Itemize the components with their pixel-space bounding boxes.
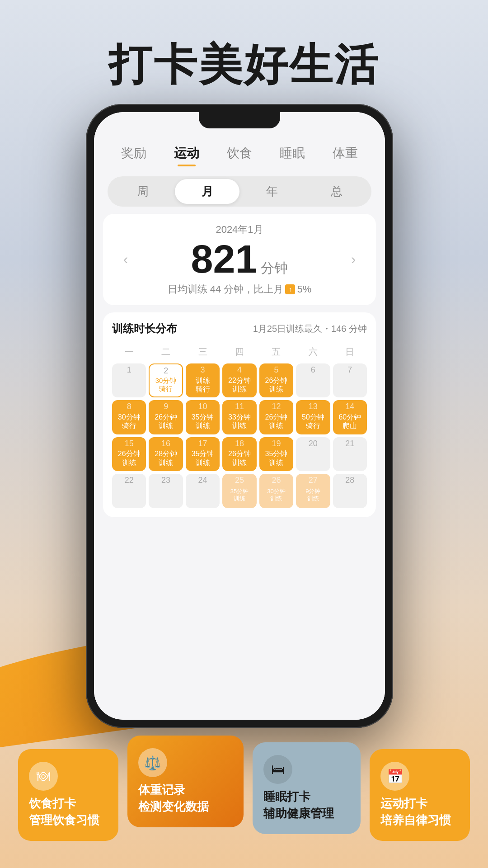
weight-icon: ⚖️ (138, 748, 167, 777)
sleep-icon: 🛏 (263, 755, 292, 784)
calendar-grid: 一 二 三 四 五 六 日 1 2 30分钟骑行 (112, 343, 367, 508)
day-10[interactable]: 10 35分钟训练 (186, 400, 220, 434)
day-1[interactable]: 1 (112, 363, 146, 397)
day-header-sun: 日 (333, 343, 367, 361)
phone-wrapper: 奖励 运动 饮食 睡眠 体重 周 月 年 总 2024年1月 (86, 104, 402, 728)
period-week[interactable]: 周 (110, 179, 175, 204)
stats-value-wrapper: 821分钟 (139, 239, 340, 279)
day-12[interactable]: 12 26分钟训练 (259, 400, 293, 434)
day-16[interactable]: 16 28分钟训练 (149, 437, 183, 471)
weight-card-text: 体重记录检测变化数据 (138, 782, 209, 815)
exercise-icon: 📅 (380, 762, 409, 791)
day-5[interactable]: 5 26分钟训练 (259, 363, 293, 397)
stats-main: ‹ 821分钟 › (117, 239, 362, 279)
phone-notch (199, 112, 280, 128)
day-header-tue: 二 (149, 343, 183, 361)
day-4[interactable]: 4 22分钟训练 (222, 363, 256, 397)
day-18[interactable]: 18 26分钟训练 (222, 437, 256, 471)
calendar-header: 训练时长分布 1月25日训练最久・146 分钟 (112, 321, 367, 336)
exercise-card-text: 运动打卡培养自律习惯 (380, 795, 451, 828)
day-15[interactable]: 15 26分钟训练 (112, 437, 146, 471)
day-19[interactable]: 19 35分钟训练 (259, 437, 293, 471)
stats-date: 2024年1月 (117, 223, 362, 236)
prev-button[interactable]: ‹ (117, 251, 135, 268)
stats-number: 821 (191, 236, 258, 281)
phone-frame: 奖励 运动 饮食 睡眠 体重 周 月 年 总 2024年1月 (86, 104, 393, 728)
screen-content: 奖励 运动 饮食 睡眠 体重 周 月 年 总 2024年1月 (94, 112, 385, 720)
tab-weight[interactable]: 体重 (328, 142, 362, 165)
calendar-title: 训练时长分布 (112, 321, 177, 336)
day-28[interactable]: 28 (333, 474, 367, 508)
day-13[interactable]: 13 50分钟骑行 (296, 400, 330, 434)
up-icon: ↑ (285, 284, 295, 294)
food-card-text: 饮食打卡管理饮食习惯 (29, 795, 99, 828)
day-header-sat: 六 (296, 343, 330, 361)
period-total[interactable]: 总 (304, 179, 369, 204)
day-24[interactable]: 24 (186, 474, 220, 508)
tab-rewards[interactable]: 奖励 (117, 142, 151, 165)
day-header-fri: 五 (259, 343, 293, 361)
day-header-mon: 一 (112, 343, 146, 361)
calendar-section: 训练时长分布 1月25日训练最久・146 分钟 一 二 三 四 五 六 日 1 (103, 312, 376, 517)
day-20[interactable]: 20 (296, 437, 330, 471)
day-3[interactable]: 3 训练骑行 (186, 363, 220, 397)
day-22[interactable]: 22 (112, 474, 146, 508)
day-27[interactable]: 27 9分钟训练 (296, 474, 330, 508)
day-7[interactable]: 7 (333, 363, 367, 397)
tab-sleep[interactable]: 睡眠 (275, 142, 310, 165)
period-year[interactable]: 年 (239, 179, 304, 204)
period-month[interactable]: 月 (175, 179, 239, 204)
day-17[interactable]: 17 35分钟训练 (186, 437, 220, 471)
day-25[interactable]: 25 35分钟训练 (222, 474, 256, 508)
day-9[interactable]: 9 26分钟训练 (149, 400, 183, 434)
day-8[interactable]: 8 30分钟骑行 (112, 400, 146, 434)
weight-card[interactable]: ⚖️ 体重记录检测变化数据 (127, 736, 244, 827)
exercise-card[interactable]: 📅 运动打卡培养自律习惯 (370, 749, 470, 841)
day-11[interactable]: 11 33分钟训练 (222, 400, 256, 434)
day-2[interactable]: 2 30分钟骑行 (149, 363, 183, 397)
nav-tabs: 奖励 运动 饮食 睡眠 体重 (94, 135, 385, 169)
stats-sub: 日均训练 44 分钟，比上月 ↑ 5% (117, 283, 362, 296)
food-icon: 🍽 (29, 762, 58, 791)
tab-exercise[interactable]: 运动 (169, 142, 204, 165)
day-6[interactable]: 6 (296, 363, 330, 397)
day-header-wed: 三 (186, 343, 220, 361)
day-26[interactable]: 26 30分钟训练 (259, 474, 293, 508)
main-title: 打卡美好生活 (0, 0, 488, 95)
next-button[interactable]: › (344, 251, 362, 268)
day-14[interactable]: 14 60分钟爬山 (333, 400, 367, 434)
tab-food[interactable]: 饮食 (222, 142, 257, 165)
day-header-thu: 四 (222, 343, 256, 361)
stats-unit: 分钟 (261, 260, 288, 275)
period-tabs: 周 月 年 总 (108, 176, 371, 207)
bottom-cards: 🍽 饮食打卡管理饮食习惯 ⚖️ 体重记录检测变化数据 🛏 睡眠打卡辅助健康管理 … (0, 749, 488, 868)
calendar-subtitle: 1月25日训练最久・146 分钟 (253, 323, 367, 335)
food-card[interactable]: 🍽 饮食打卡管理饮食习惯 (18, 749, 118, 841)
day-23[interactable]: 23 (149, 474, 183, 508)
day-21[interactable]: 21 (333, 437, 367, 471)
sleep-card-text: 睡眠打卡辅助健康管理 (263, 788, 334, 821)
phone-screen: 奖励 运动 饮食 睡眠 体重 周 月 年 总 2024年1月 (94, 112, 385, 720)
sleep-card[interactable]: 🛏 睡眠打卡辅助健康管理 (253, 742, 361, 834)
stats-section: 2024年1月 ‹ 821分钟 › 日均训练 44 分钟，比上月 ↑ 5% (103, 214, 376, 305)
